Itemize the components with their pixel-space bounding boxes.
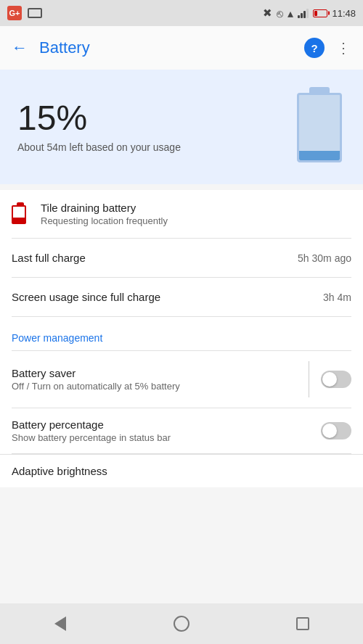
battery-saver-text: Battery saver Off / Turn on automaticall…: [12, 367, 297, 392]
warning-title: Tile draining battery: [41, 202, 168, 214]
help-button[interactable]: ?: [304, 38, 325, 58]
warning-text: Tile draining battery Requesting locatio…: [41, 202, 168, 226]
signal-icon: [298, 8, 309, 18]
recents-square-icon: [296, 617, 309, 630]
section-title: Power management: [12, 332, 102, 344]
battery-text: 15% About 54m left based on your usage: [17, 101, 181, 153]
battery-large-icon: [290, 87, 348, 167]
more-options-button[interactable]: ⋮: [336, 39, 351, 57]
app-bar: ← Battery ? ⋮: [0, 26, 363, 70]
status-time: 11:48: [332, 8, 356, 19]
wifi-icon: ▴: [287, 7, 293, 20]
status-bar: G+ ✖ ⎋ ▴ 11:48: [0, 0, 363, 26]
battery-saver-toggle[interactable]: [321, 371, 351, 388]
nav-recents-button[interactable]: [290, 611, 316, 637]
nav-home-button[interactable]: [168, 611, 195, 637]
battery-status-icon: [313, 9, 327, 17]
battery-percentage-label: Battery percentage: [12, 418, 321, 431]
warning-subtitle: Requesting location frequently: [41, 215, 168, 226]
settings-list: Tile draining battery Requesting locatio…: [0, 190, 363, 487]
adaptive-brightness-text: Adaptive brightness: [12, 465, 351, 477]
battery-saver-label: Battery saver: [12, 367, 297, 379]
vibrate-icon: ⎋: [277, 7, 283, 20]
battery-saver-item[interactable]: Battery saver Off / Turn on automaticall…: [0, 351, 363, 408]
last-charge-label: Last full charge: [12, 252, 86, 264]
battery-subtitle: About 54m left based on your usage: [17, 141, 181, 153]
gplus-icon: G+: [7, 6, 22, 20]
battery-percentage-toggle[interactable]: [321, 422, 351, 439]
warning-battery-icon: [12, 202, 29, 226]
page-title: Battery: [39, 38, 293, 57]
battery-percent: 15%: [17, 101, 181, 136]
screen-icon: [28, 8, 42, 18]
battery-percentage-sub: Show battery percentage in status bar: [12, 432, 321, 443]
last-charge-value: 5h 30m ago: [298, 252, 351, 264]
adaptive-brightness-label: Adaptive brightness: [12, 465, 351, 477]
toggle-knob-2: [322, 424, 337, 438]
back-triangle-icon: [54, 616, 66, 631]
back-button[interactable]: ←: [12, 38, 28, 57]
app-bar-icons: ? ⋮: [304, 38, 351, 58]
home-circle-icon: [174, 616, 189, 632]
bluetooth-icon: ✖: [263, 7, 272, 20]
screen-usage-value: 3h 4m: [323, 292, 351, 303]
status-bar-right: ✖ ⎋ ▴ 11:48: [263, 7, 356, 20]
toggle-knob-1: [322, 372, 337, 387]
battery-saver-sub: Off / Turn on automatically at 5% batter…: [12, 381, 297, 392]
last-full-charge-item: Last full charge 5h 30m ago: [0, 239, 363, 277]
adaptive-brightness-item[interactable]: Adaptive brightness: [0, 454, 363, 487]
nav-back-button[interactable]: [47, 611, 73, 637]
vertical-divider-1: [309, 361, 309, 397]
screen-usage-item: Screen usage since full charge 3h 4m: [0, 278, 363, 316]
content-scroll: 15% About 54m left based on your usage T…: [0, 70, 363, 644]
screen-usage-label: Screen usage since full charge: [12, 291, 160, 303]
status-bar-left: G+: [7, 6, 42, 20]
battery-percentage-item[interactable]: Battery percentage Show battery percenta…: [0, 408, 363, 453]
power-management-section: Power management: [0, 317, 363, 350]
battery-percentage-text: Battery percentage Show battery percenta…: [12, 418, 321, 443]
battery-summary-card: 15% About 54m left based on your usage: [0, 70, 363, 184]
warning-item[interactable]: Tile draining battery Requesting locatio…: [0, 190, 363, 238]
nav-bar: [0, 603, 363, 644]
